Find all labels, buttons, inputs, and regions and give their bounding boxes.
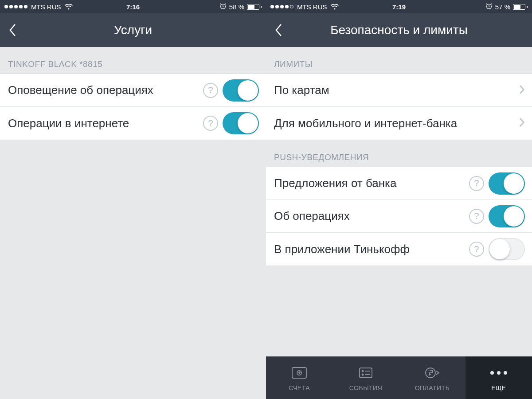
tab-label: СЧЕТА (289, 384, 310, 391)
content-area: ЛИМИТЫ По картам Для мобильного и интерн… (266, 47, 532, 356)
section-header-limits: ЛИМИТЫ (266, 47, 532, 74)
help-icon[interactable]: ? (203, 83, 218, 98)
section-header-push: PUSH-УВЕДОМЛЕНИЯ (266, 140, 532, 167)
row-push-app: В приложении Тинькофф ? (266, 233, 532, 266)
row-push-ops: Об операциях ? (266, 200, 532, 233)
accounts-icon (289, 364, 309, 382)
list-push: Предложения от банка ? Об операциях ? В … (266, 167, 532, 266)
tab-label: СОБЫТИЯ (349, 384, 383, 391)
chevron-right-icon (519, 117, 525, 129)
row-label: Оповещение об операциях (8, 83, 199, 97)
back-button[interactable] (0, 13, 25, 47)
battery-pct: 57 % (495, 3, 510, 11)
page-title: Безопасность и лимиты (330, 23, 468, 37)
toggle-push-app[interactable] (489, 238, 525, 260)
page-title: Услуги (114, 23, 152, 37)
toggle-push-offers[interactable] (489, 172, 525, 195)
svg-point-5 (362, 371, 364, 372)
toggle-internet-ops[interactable] (223, 112, 259, 134)
row-notify-ops: Оповещение об операциях ? (0, 74, 266, 107)
tab-accounts[interactable]: СЧЕТА (266, 356, 332, 399)
tab-events[interactable]: СОБЫТИЯ (332, 356, 399, 399)
svg-point-7 (362, 374, 364, 376)
back-button[interactable] (266, 13, 291, 47)
row-push-offers: Предложения от банка ? (266, 167, 532, 200)
more-icon (490, 364, 507, 382)
tab-pay[interactable]: ОПЛАТИТЬ (399, 356, 466, 399)
row-limits-cards[interactable]: По картам (266, 74, 532, 107)
toggle-push-ops[interactable] (489, 205, 525, 227)
list-services: Оповещение об операциях ? Операции в инт… (0, 74, 266, 140)
svg-rect-4 (360, 368, 372, 378)
battery-pct: 58 % (229, 3, 244, 11)
tab-label: ОПЛАТИТЬ (415, 384, 450, 391)
wifi-icon (331, 4, 339, 10)
row-internet-ops: Операции в интернете ? (0, 107, 266, 140)
wifi-icon (65, 4, 73, 10)
clock: 7:19 (392, 3, 406, 11)
row-label: Для мобильного и интернет-банка (274, 117, 514, 130)
help-icon[interactable]: ? (203, 116, 218, 131)
content-area: TINKOFF BLACK *8815 Оповещение об операц… (0, 47, 266, 399)
battery-icon (513, 4, 528, 10)
toggle-notify-ops[interactable] (223, 79, 259, 102)
battery-icon (247, 4, 262, 10)
pay-icon (422, 364, 442, 382)
status-bar: MTS RUS 7:16 58 % (0, 0, 266, 13)
nav-bar: Услуги (0, 13, 266, 47)
events-icon (356, 364, 376, 382)
help-icon[interactable]: ? (469, 209, 484, 224)
carrier-label: MTS RUS (297, 3, 327, 11)
row-label: Об операциях (274, 209, 465, 223)
carrier-label: MTS RUS (31, 3, 61, 11)
row-label: Предложения от банка (274, 176, 465, 190)
help-icon[interactable]: ? (469, 176, 484, 191)
tab-bar: СЧЕТА СОБЫТИЯ ОПЛАТИТЬ ЕЩЕ (266, 356, 532, 399)
phone-left: MTS RUS 7:16 58 % Услуги TINKOFF BLACK *… (0, 0, 266, 399)
help-icon[interactable]: ? (469, 242, 484, 257)
section-header-account: TINKOFF BLACK *8815 (0, 47, 266, 74)
list-limits: По картам Для мобильного и интернет-банк… (266, 74, 532, 140)
row-label: Операции в интернете (8, 117, 199, 130)
chevron-right-icon (519, 84, 525, 97)
nav-bar: Безопасность и лимиты (266, 13, 532, 47)
clock: 7:16 (126, 3, 140, 11)
row-label: В приложении Тинькофф (274, 243, 465, 256)
status-bar: MTS RUS 7:19 57 % (266, 0, 532, 13)
row-limits-mobile-bank[interactable]: Для мобильного и интернет-банка (266, 107, 532, 140)
signal-dots (4, 5, 27, 8)
alarm-icon (219, 3, 227, 11)
row-label: По картам (274, 83, 514, 97)
signal-dots (270, 5, 293, 8)
tab-label: ЕЩЕ (491, 384, 506, 391)
alarm-icon (485, 3, 493, 11)
phone-right: MTS RUS 7:19 57 % Безопасность и лимиты … (266, 0, 532, 399)
tab-more[interactable]: ЕЩЕ (466, 356, 532, 399)
